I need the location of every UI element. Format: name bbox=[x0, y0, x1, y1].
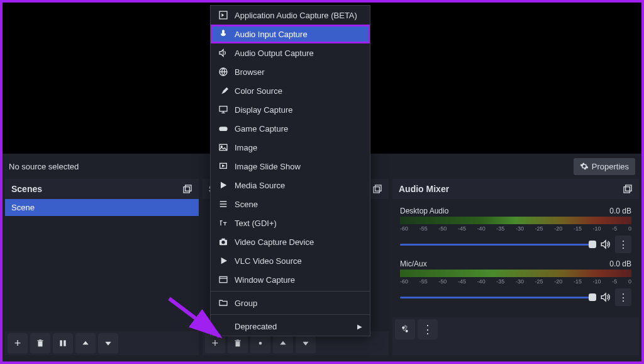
app-audio-icon bbox=[218, 10, 228, 20]
gamepad-icon bbox=[218, 123, 228, 134]
scale-tick: 0 bbox=[628, 278, 631, 285]
menu-browser[interactable]: Browser bbox=[211, 62, 370, 81]
mic-volume-slider[interactable] bbox=[400, 297, 596, 299]
menu-label: Video Capture Device bbox=[235, 237, 314, 247]
scale-tick: -30 bbox=[516, 225, 524, 232]
scale-tick: -60 bbox=[400, 278, 408, 285]
scale-tick: -10 bbox=[593, 225, 601, 232]
speaker-icon[interactable] bbox=[600, 292, 611, 303]
svg-rect-2 bbox=[60, 340, 62, 346]
scale-tick: -35 bbox=[496, 278, 504, 285]
mixer-title: Audio Mixer bbox=[399, 184, 449, 194]
brush-icon bbox=[218, 86, 228, 96]
svg-rect-19 bbox=[221, 239, 225, 241]
gear-icon bbox=[580, 162, 589, 171]
mic-options-button[interactable]: ⋮ bbox=[615, 288, 631, 306]
menu-group[interactable]: Group bbox=[211, 293, 370, 312]
scale-tick: -5 bbox=[612, 225, 617, 232]
mixer-toolbar: ⋮ bbox=[392, 317, 639, 341]
scale-tick: -45 bbox=[458, 225, 466, 232]
desktop-audio-row: Desktop Audio 0.0 dB bbox=[400, 207, 631, 215]
menu-label: Audio Output Capture bbox=[235, 48, 314, 58]
mixer-more-button[interactable]: ⋮ bbox=[418, 319, 438, 339]
slider-thumb[interactable] bbox=[589, 241, 596, 248]
preview-black bbox=[390, 3, 641, 151]
window-icon bbox=[218, 275, 228, 285]
mixer-settings-button[interactable] bbox=[395, 319, 415, 339]
scale-tick: -25 bbox=[535, 225, 543, 232]
menu-app-audio-capture[interactable]: Application Audio Capture (BETA) bbox=[211, 6, 370, 25]
menu-text-gdi[interactable]: Text (GDI+) bbox=[211, 213, 370, 232]
panel-audio-mixer: Audio Mixer Desktop Audio 0.0 dB -60-55-… bbox=[392, 179, 639, 355]
popout-icon[interactable] bbox=[623, 184, 633, 194]
menu-scene[interactable]: Scene bbox=[211, 195, 370, 213]
scale-tick: -25 bbox=[535, 278, 543, 285]
svg-point-9 bbox=[406, 330, 408, 333]
menu-game-capture[interactable]: Game Capture bbox=[211, 119, 370, 138]
mic-aux-row: Mic/Aux 0.0 dB bbox=[400, 259, 631, 268]
menu-media-source[interactable]: Media Source bbox=[211, 176, 370, 195]
meter-scale: -60-55-50-45-40-35-30-25-20-15-10-50 bbox=[400, 278, 631, 285]
svg-rect-6 bbox=[624, 187, 630, 193]
display-icon bbox=[218, 105, 228, 115]
popout-icon[interactable] bbox=[182, 184, 192, 194]
scale-tick: -50 bbox=[438, 225, 447, 232]
desktop-audio-meter bbox=[400, 217, 631, 224]
speaker-icon[interactable] bbox=[600, 239, 611, 250]
move-up-button[interactable] bbox=[75, 333, 96, 353]
menu-label: Media Source bbox=[235, 181, 285, 190]
menu-image-slide-show[interactable]: Image Slide Show bbox=[211, 157, 370, 176]
menu-color-source[interactable]: Color Source bbox=[211, 81, 370, 100]
scenes-content: Scene bbox=[5, 199, 199, 331]
menu-audio-output-capture[interactable]: Audio Output Capture bbox=[211, 43, 370, 62]
svg-rect-13 bbox=[219, 127, 227, 131]
scene-filter-button[interactable] bbox=[53, 333, 73, 353]
text-icon bbox=[218, 218, 228, 228]
scale-tick: -40 bbox=[477, 278, 486, 285]
desktop-audio-db: 0.0 dB bbox=[609, 207, 631, 215]
svg-rect-12 bbox=[219, 106, 227, 111]
scenes-toolbar: + bbox=[5, 331, 199, 355]
desktop-options-button[interactable]: ⋮ bbox=[615, 236, 631, 253]
move-down-button[interactable] bbox=[98, 333, 118, 353]
properties-button[interactable]: Properties bbox=[574, 158, 635, 175]
scale-tick: -35 bbox=[496, 225, 504, 232]
menu-label: Display Capture bbox=[235, 105, 293, 115]
mixer-content: Desktop Audio 0.0 dB -60-55-50-45-40-35-… bbox=[392, 199, 639, 317]
scene-icon bbox=[218, 199, 228, 209]
svg-rect-5 bbox=[375, 185, 381, 191]
menu-deprecated[interactable]: Deprecated bbox=[211, 317, 370, 336]
menu-image[interactable]: Image bbox=[211, 138, 370, 157]
menu-display-capture[interactable]: Display Capture bbox=[211, 100, 370, 119]
vlc-icon bbox=[218, 256, 228, 266]
mic-aux-db: 0.0 dB bbox=[609, 259, 631, 268]
play-icon bbox=[218, 180, 228, 190]
menu-window-capture[interactable]: Window Capture bbox=[211, 270, 370, 289]
menu-audio-input-capture[interactable]: Audio Input Capture bbox=[211, 25, 370, 43]
slider-thumb[interactable] bbox=[589, 293, 596, 301]
meter-scale: -60-55-50-45-40-35-30-25-20-15-10-50 bbox=[400, 225, 631, 232]
add-scene-button[interactable]: + bbox=[8, 333, 28, 353]
image-icon bbox=[218, 142, 228, 152]
popout-icon[interactable] bbox=[372, 184, 382, 194]
delete-scene-button[interactable] bbox=[30, 333, 50, 353]
svg-rect-3 bbox=[64, 340, 66, 346]
scene-item[interactable]: Scene bbox=[5, 199, 199, 216]
scale-tick: -50 bbox=[438, 278, 447, 285]
menu-label: Audio Input Capture bbox=[235, 30, 308, 39]
speaker-icon bbox=[218, 48, 228, 58]
no-source-text: No source selected bbox=[9, 162, 79, 171]
menu-separator bbox=[211, 314, 370, 315]
scenes-header: Scenes bbox=[5, 179, 199, 199]
mic-aux-meter bbox=[400, 270, 631, 277]
mic-slider-row: ⋮ bbox=[400, 288, 631, 306]
scenes-title: Scenes bbox=[11, 184, 42, 194]
menu-video-capture-device[interactable]: Video Capture Device bbox=[211, 232, 370, 251]
menu-label: Color Source bbox=[235, 86, 282, 96]
scale-tick: -15 bbox=[574, 278, 582, 285]
menu-vlc-video-source[interactable]: VLC Video Source bbox=[211, 251, 370, 270]
scale-tick: -40 bbox=[477, 225, 486, 232]
menu-label: Text (GDI+) bbox=[235, 219, 277, 228]
desktop-audio-label: Desktop Audio bbox=[400, 207, 448, 215]
desktop-volume-slider[interactable] bbox=[400, 244, 596, 246]
